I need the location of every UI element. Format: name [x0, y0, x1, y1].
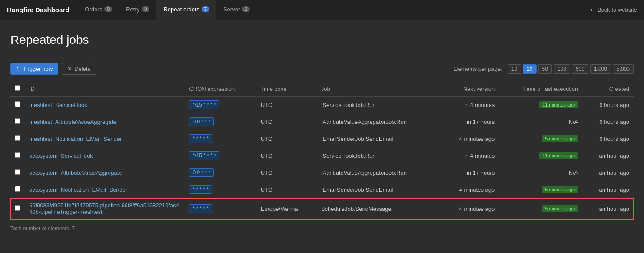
cron-badge: * * * * * [189, 204, 212, 213]
cell-job: ScheduleJob.SendMessage [317, 198, 441, 220]
cron-badge: * * * * * [189, 185, 212, 194]
cell-next-version: 4 minutes ago [441, 198, 499, 220]
toolbar: ↻ Trigger now ✕ Delete Elements per page… [10, 63, 634, 75]
table-body: meshtest_ServiceHook*/15 * * * *UTCIServ… [10, 96, 634, 220]
select-all-checkbox[interactable] [15, 85, 20, 91]
cron-badge: 0 0 * * * [189, 117, 214, 126]
row-checkbox[interactable] [15, 169, 20, 175]
last-execution-badge: 5 minutes ago [542, 186, 578, 193]
cell-cron: 0 0 * * * [185, 164, 256, 181]
cell-timezone: UTC [256, 147, 317, 164]
cell-job: IServiceHookJob.Run [317, 96, 441, 113]
header-created: Created [582, 82, 634, 96]
delete-button[interactable]: ✕ Delete [62, 63, 96, 75]
row-checkbox[interactable] [15, 186, 20, 192]
header-next-version: Next version [441, 82, 499, 96]
page-size-50[interactable]: 50 [538, 64, 552, 74]
table-row: octosystem_ServiceHook*/15 * * * *UTCISe… [10, 147, 634, 164]
header-last-execution: Time of last execution [499, 82, 582, 96]
header-checkbox-cell [10, 82, 25, 96]
cell-timezone: UTC [256, 164, 317, 181]
cell-last-execution: 5 minutes ago [499, 181, 582, 198]
back-icon: ↵ [591, 7, 595, 13]
cell-last-execution: N/A [499, 113, 582, 130]
cell-id: 66f9083fd9251fe7f2479575-pipeline-66f8ff… [25, 198, 185, 220]
cron-badge: */15 * * * * [189, 151, 219, 160]
cell-id: octosystem_ServiceHook [25, 147, 185, 164]
toolbar-left: ↻ Trigger now ✕ Delete [10, 63, 96, 75]
trigger-now-button[interactable]: ↻ Trigger now [10, 63, 58, 75]
page-size-1000[interactable]: 1.000 [590, 64, 611, 74]
last-execution-badge: 5 minutes ago [542, 135, 578, 142]
row-checkbox[interactable] [15, 135, 20, 141]
header-timezone: Time zone [256, 82, 317, 96]
navbar: Hangfire Dashboard Orders 0 Retry 0 Repe… [0, 0, 644, 20]
tab-retry[interactable]: Retry 0 [119, 0, 156, 20]
header-cron: CRON expression [185, 82, 256, 96]
table-row: 66f9083fd9251fe7f2479575-pipeline-66f8ff… [10, 198, 634, 220]
cell-id: meshtest_ServiceHook [25, 96, 185, 113]
cell-id: meshtest_Notification_EMail_Sender [25, 130, 185, 147]
cell-next-version: in 4 minutes [441, 147, 499, 164]
cell-created: 6 hours ago [582, 130, 634, 147]
cell-job: IServiceHookJob.Run [317, 147, 441, 164]
total-elements-text: Total number of elements: 7 [10, 226, 634, 232]
cron-badge: 0 0 * * * [189, 168, 214, 177]
navbar-brand: Hangfire Dashboard [7, 6, 69, 13]
cell-cron: * * * * * [185, 198, 256, 220]
cell-last-execution: N/A [499, 164, 582, 181]
row-checkbox[interactable] [15, 152, 20, 158]
table-row: meshtest_Notification_EMail_Sender* * * … [10, 130, 634, 147]
refresh-icon: ↻ [16, 66, 21, 72]
cell-last-execution: 11 minutes ago [499, 96, 582, 113]
row-checkbox[interactable] [15, 205, 20, 211]
back-to-website-link[interactable]: ↵ Back to website [591, 7, 637, 13]
tab-repeat-orders[interactable]: Repeat orders 7 [156, 0, 216, 20]
cell-job: IAttributeValueAggregatorJob.Run [317, 113, 441, 130]
jobs-table: ID CRON expression Time zone Job Next ve… [10, 82, 634, 220]
tab-server[interactable]: Server 2 [216, 0, 257, 20]
cell-next-version: in 17 hours [441, 164, 499, 181]
table-row: meshtest_AttributeValueAggregate0 0 * * … [10, 113, 634, 130]
header-id: ID [25, 82, 185, 96]
cell-id: meshtest_AttributeValueAggregate [25, 113, 185, 130]
header-job: Job [317, 82, 441, 96]
cell-cron: 0 0 * * * [185, 113, 256, 130]
cell-next-version: in 17 hours [441, 113, 499, 130]
times-icon: ✕ [67, 66, 72, 72]
cell-created: an hour ago [582, 198, 634, 220]
cell-id: octosystem_AttributeValueAggregate [25, 164, 185, 181]
last-execution-badge: 5 minutes ago [542, 205, 578, 212]
cell-created: an hour ago [582, 147, 634, 164]
row-checkbox[interactable] [15, 101, 20, 107]
page-size-100[interactable]: 100 [554, 64, 570, 74]
pagination-controls: Elements per page: 10 20 50 100 500 1.00… [453, 64, 634, 74]
jobs-table-container: ID CRON expression Time zone Job Next ve… [10, 82, 634, 220]
page-size-500[interactable]: 500 [572, 64, 588, 74]
cron-badge: */15 * * * * [189, 100, 219, 109]
page-size-20[interactable]: 20 [523, 64, 536, 74]
cell-timezone: UTC [256, 96, 317, 113]
cell-next-version: 4 minutes ago [441, 181, 499, 198]
cell-last-execution: 5 minutes ago [499, 198, 582, 220]
cell-timezone: UTC [256, 113, 317, 130]
last-execution-badge: 11 minutes ago [539, 152, 578, 159]
row-checkbox[interactable] [15, 118, 20, 124]
table-header-row: ID CRON expression Time zone Job Next ve… [10, 82, 634, 96]
page-size-5000[interactable]: 5.000 [613, 64, 634, 74]
cell-cron: */15 * * * * [185, 147, 256, 164]
cell-job: IAttributeValueAggregatorJob.Run [317, 164, 441, 181]
cell-created: an hour ago [582, 181, 634, 198]
title-divider [10, 56, 634, 56]
main-content: Repeated jobs ↻ Trigger now ✕ Delete Ele… [0, 20, 644, 239]
cron-badge: * * * * * [189, 134, 212, 143]
cell-timezone: Europe/Vienna [256, 198, 317, 220]
page-size-10[interactable]: 10 [508, 64, 521, 74]
cell-timezone: UTC [256, 181, 317, 198]
cell-next-version: in 4 minutes [441, 96, 499, 113]
cell-created: 6 hours ago [582, 113, 634, 130]
cell-job: IEmailSenderJob.SendEmail [317, 130, 441, 147]
cell-cron: * * * * * [185, 130, 256, 147]
cell-last-execution: 11 minutes ago [499, 147, 582, 164]
tab-orders[interactable]: Orders 0 [78, 0, 119, 20]
